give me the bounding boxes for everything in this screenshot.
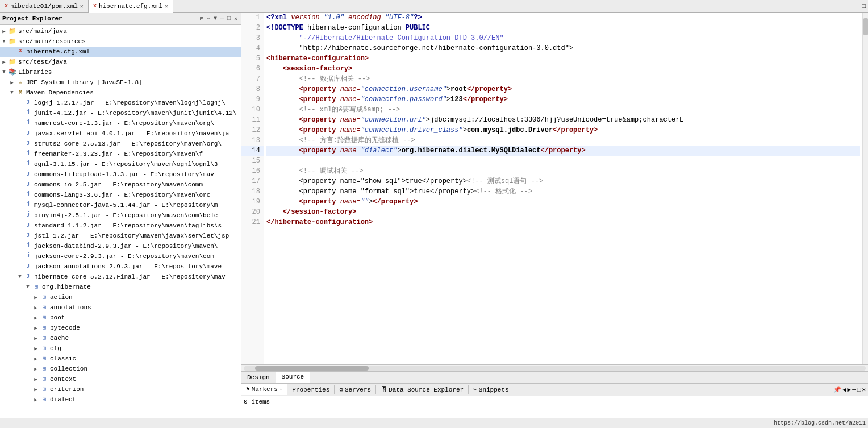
panel-close-icon[interactable]: ✕ (233, 15, 239, 23)
tree-arrow[interactable]: ▶ (32, 315, 40, 321)
v-scroll-thumb[interactable] (863, 18, 868, 35)
tree-arrow[interactable]: ▼ (24, 284, 32, 290)
bottom-panel-prev-icon[interactable]: ◀ (842, 386, 846, 393)
panel-maximize-icon[interactable]: □ (226, 15, 232, 23)
project-tree[interactable]: ▶ 📁 src/main/java ▼ 📁 src/main/resources… (0, 25, 241, 418)
tree-item-annotations[interactable]: ▶ ⊞ annotations (0, 302, 241, 313)
tree-arrow[interactable]: ▶ (32, 294, 40, 301)
tab-datasource[interactable]: 🗄 Data Source Explorer (376, 385, 469, 394)
tab-design[interactable]: Design (241, 372, 276, 383)
tree-item-src-test-java[interactable]: ▶ 📁 src/test/java (0, 57, 241, 67)
tree-arrow[interactable]: ▶ (0, 28, 8, 35)
tree-item-standard[interactable]: j standard-1.1.2.jar - E:\repository\mav… (0, 221, 241, 231)
restore-icon[interactable]: □ (862, 3, 866, 10)
code-line-6[interactable]: <session-factory> (266, 64, 860, 74)
code-line-19[interactable]: <property name=""></property> (266, 197, 860, 207)
tree-item-jre[interactable]: ▶ ☕ JRE System Library [JavaSE-1.8] (0, 77, 241, 88)
tree-arrow[interactable]: ▶ (32, 335, 40, 342)
tree-item-pinyin4j[interactable]: j pinyin4j-2.5.1.jar - E:\repository\mav… (0, 210, 241, 221)
tree-item-maven-deps[interactable]: ▼ M Maven Dependencies (0, 88, 241, 98)
tree-arrow[interactable]: ▼ (0, 69, 8, 75)
code-line-11[interactable]: <property name="connection.url">jdbc:mys… (266, 115, 860, 125)
tree-item-jstl[interactable]: j jstl-1.2.jar - E:\repository\maven\jav… (0, 231, 241, 241)
tree-arrow[interactable]: ▶ (32, 376, 40, 383)
code-line-4[interactable]: "http://hibernate.sourceforge.net/hibern… (266, 43, 860, 53)
tab-properties[interactable]: Properties (287, 385, 335, 394)
tree-item-mysql-connector[interactable]: j mysql-connector-java-5.1.44.jar - E:\r… (0, 200, 241, 210)
bottom-panel-close-icon[interactable]: ✕ (862, 386, 866, 393)
tree-item-junit[interactable]: j junit-4.12.jar - E:\repository\maven\j… (0, 108, 241, 118)
tree-arrow[interactable]: ▼ (0, 39, 8, 44)
tree-item-criterion[interactable]: ▶ ⊞ criterion (0, 384, 241, 394)
panel-menu-icon[interactable]: ▼ (212, 15, 218, 23)
tree-item-hibernate-cfg[interactable]: x hibernate.cfg.xml (0, 47, 241, 57)
tree-item-commons-fileupload[interactable]: j commons-fileupload-1.3.3.jar - E:\repo… (0, 169, 241, 180)
code-line-17[interactable]: <property name="show_sql">true</property… (266, 176, 860, 186)
panel-minimize-icon[interactable]: ─ (219, 15, 225, 23)
code-line-20[interactable]: </session-factory> (266, 207, 860, 217)
tree-item-freemarker[interactable]: j freemarker-2.3.23.jar - E:\repository\… (0, 149, 241, 159)
tree-item-ognl[interactable]: j ognl-3.1.15.jar - E:\repository\maven\… (0, 159, 241, 169)
code-line-1[interactable]: <?xml version="1.0" encoding="UTF-8"?> (266, 13, 860, 23)
tree-arrow[interactable]: ▶ (32, 366, 40, 372)
tree-item-bytecode[interactable]: ▶ ⊞ bytecode (0, 323, 241, 333)
tree-arrow[interactable]: ▶ (32, 305, 40, 311)
tree-arrow[interactable]: ▼ (16, 274, 24, 280)
bottom-panel-minimize-icon[interactable]: ─ (852, 387, 856, 393)
code-line-14[interactable]: <property name="dialect">org.hibernate.d… (266, 146, 860, 156)
h-scroll-thumb[interactable] (255, 366, 369, 371)
tree-arrow[interactable]: ▶ (32, 356, 40, 362)
tree-item-dialect[interactable]: ▶ ⊞ dialect (0, 394, 241, 405)
tree-item-src-main-java[interactable]: ▶ 📁 src/main/java (0, 26, 241, 36)
tree-item-libraries[interactable]: ▼ 📚 Libraries (0, 67, 241, 77)
tree-item-jackson-core[interactable]: j jackson-core-2.9.3.jar - E:\repository… (0, 251, 241, 261)
tree-item-commons-io[interactable]: j commons-io-2.5.jar - E:\repository\mav… (0, 180, 241, 190)
tree-arrow[interactable]: ▶ (32, 346, 40, 352)
bottom-panel-maximize-icon[interactable]: □ (857, 387, 861, 393)
tab-pom-close[interactable]: ✕ (80, 3, 84, 10)
tab-cfg[interactable]: x hibernate.cfg.xml ✕ (89, 0, 173, 13)
code-line-21[interactable]: </hibernate-configuration> (266, 217, 860, 227)
tree-item-hibernate-core[interactable]: ▼ j hibernate-core-5.2.12.Final.jar - E:… (0, 272, 241, 282)
code-line-2[interactable]: <!DOCTYPE hibernate-configuration PUBLIC (266, 23, 860, 33)
tree-item-servlet[interactable]: j javax.servlet-api-4.0.1.jar - E:\repos… (0, 128, 241, 139)
link-editor-icon[interactable]: ↔ (206, 15, 211, 23)
code-line-9[interactable]: <property name="connection.password">123… (266, 94, 860, 105)
tree-arrow[interactable]: ▶ (32, 397, 40, 403)
tab-snippets[interactable]: ✂ Snippets (469, 385, 514, 394)
minimize-icon[interactable]: ─ (857, 3, 861, 10)
tree-item-jackson-annotations[interactable]: j jackson-annotations-2.9.3.jar - E:\rep… (0, 261, 241, 272)
code-line-12[interactable]: <property name="connection.driver_class"… (266, 125, 860, 135)
code-line-16[interactable]: <!-- 调试相关 --> (266, 166, 860, 176)
tab-markers[interactable]: ⚑ Markers ☆ (241, 384, 287, 395)
tree-item-collection[interactable]: ▶ ⊞ collection (0, 364, 241, 374)
tree-item-src-main-resources[interactable]: ▼ 📁 src/main/resources (0, 36, 241, 47)
tree-item-boot[interactable]: ▶ ⊞ boot (0, 313, 241, 323)
tree-arrow[interactable]: ▶ (32, 387, 40, 393)
tree-item-org-hibernate[interactable]: ▼ ⊞ org.hibernate (0, 282, 241, 292)
tab-source[interactable]: Source (276, 372, 311, 383)
code-line-13[interactable]: <!-- 方言:跨数据库的无缝移植 --> (266, 135, 860, 146)
code-line-8[interactable]: <property name="connection.username">roo… (266, 84, 860, 94)
tree-item-cfg[interactable]: ▶ ⊞ cfg (0, 343, 241, 354)
tree-item-cache[interactable]: ▶ ⊞ cache (0, 333, 241, 343)
tree-item-jackson-databind[interactable]: j jackson-databind-2.9.3.jar - E:\reposi… (0, 241, 241, 251)
tab-pom[interactable]: x hibedate01/pom.xml ✕ (0, 0, 89, 12)
tree-arrow[interactable]: ▼ (8, 90, 16, 95)
tree-item-log4j[interactable]: j log4j-1.2.17.jar - E:\repository\maven… (0, 98, 241, 108)
collapse-all-icon[interactable]: ⊟ (199, 15, 205, 23)
code-line-15[interactable] (266, 156, 860, 166)
tab-cfg-close[interactable]: ✕ (165, 3, 168, 10)
bottom-panel-pin-icon[interactable]: 📌 (833, 386, 841, 393)
horizontal-scrollbar[interactable] (241, 364, 868, 371)
tab-servers[interactable]: ⚙ Servers (335, 385, 376, 394)
vertical-scrollbar[interactable] (862, 13, 868, 364)
tree-arrow[interactable]: ▶ (32, 325, 40, 331)
tree-item-action[interactable]: ▶ ⊞ action (0, 292, 241, 302)
code-line-7[interactable]: <!-- 数据库相关 --> (266, 74, 860, 84)
tree-item-struts2[interactable]: j struts2-core-2.5.13.jar - E:\repositor… (0, 139, 241, 149)
tree-item-hamcrest[interactable]: j hamcrest-core-1.3.jar - E:\repository\… (0, 118, 241, 128)
bottom-panel-next-icon[interactable]: ▶ (848, 386, 852, 393)
code-line-10[interactable]: <!-- xml的&要写成&amp; --> (266, 105, 860, 115)
code-content[interactable]: <?xml version="1.0" encoding="UTF-8"?><!… (264, 13, 862, 364)
